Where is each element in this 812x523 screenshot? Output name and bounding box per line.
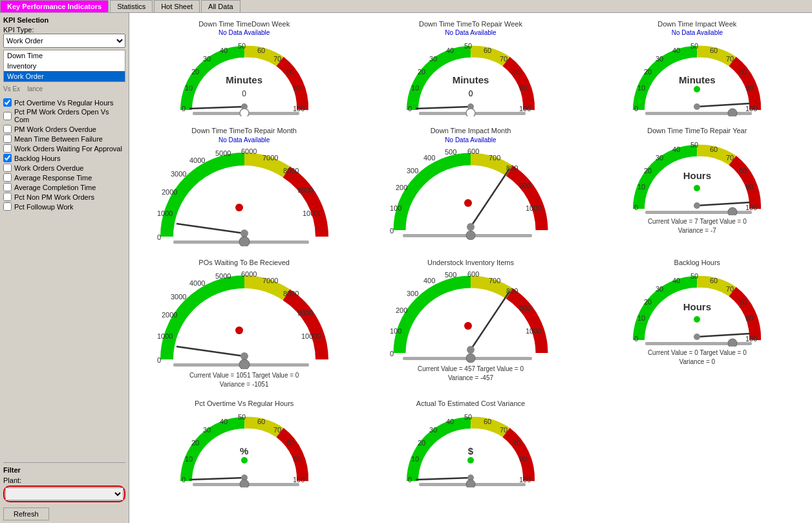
- gauge-cell-2: Down Time TimeTo Repair Week No Data Ava…: [359, 16, 582, 120]
- svg-text:200: 200: [396, 184, 407, 191]
- svg-text:40: 40: [672, 47, 680, 54]
- svg-line-57: [176, 224, 244, 233]
- svg-point-74: [467, 223, 475, 231]
- svg-point-29: [466, 109, 475, 116]
- svg-text:60: 60: [710, 47, 718, 54]
- svg-line-41: [697, 103, 750, 107]
- svg-point-75: [464, 199, 472, 207]
- svg-text:70: 70: [273, 55, 281, 63]
- checkbox-pct-overtime[interactable]: Pct Overtime Vs Regular Hours: [3, 98, 125, 107]
- svg-line-169: [416, 478, 471, 480]
- gauge-title-8: Understock Inventory Items: [427, 258, 514, 267]
- kpi-type-label: KPI Type:: [3, 26, 125, 34]
- gauge-title-7: POs Waiting To Be Recieved: [198, 258, 290, 267]
- svg-text:20: 20: [644, 298, 652, 306]
- svg-text:70: 70: [726, 285, 734, 293]
- kpi-selection-label: KPI Selection: [3, 16, 125, 24]
- svg-text:70: 70: [500, 426, 508, 434]
- svg-point-139: [694, 316, 700, 323]
- svg-text:50: 50: [464, 42, 472, 50]
- checkbox-wo-overdue[interactable]: Work Orders Overdue: [3, 163, 125, 173]
- svg-text:20: 20: [191, 68, 199, 76]
- svg-text:90: 90: [519, 455, 527, 463]
- svg-point-106: [240, 352, 248, 360]
- svg-text:8000: 8000: [283, 290, 299, 297]
- svg-text:100: 100: [745, 204, 757, 211]
- svg-text:70: 70: [726, 154, 734, 162]
- svg-text:90: 90: [745, 183, 753, 191]
- svg-text:30: 30: [203, 55, 211, 63]
- gauge-title-5: Down Time Impact Month No Data Available: [431, 126, 511, 144]
- svg-text:10: 10: [185, 455, 193, 463]
- svg-text:10: 10: [637, 183, 645, 191]
- svg-text:400: 400: [423, 277, 435, 284]
- svg-text:500: 500: [445, 271, 456, 279]
- svg-text:100: 100: [293, 476, 304, 484]
- tab-kpi[interactable]: Key Performance Indicators: [0, 0, 109, 12]
- gauge-cell-5: Down Time Impact Month No Data Available…: [359, 123, 582, 251]
- svg-text:7000: 7000: [262, 277, 278, 284]
- svg-text:20: 20: [644, 68, 652, 76]
- checkbox-wo-waiting[interactable]: Work Orders Waiting For Approval: [3, 144, 125, 153]
- gauge-cell-10: Pct Overtime Vs Regular Hours 0 10 20 30…: [133, 396, 356, 491]
- svg-text:70: 70: [273, 426, 281, 434]
- svg-text:2000: 2000: [162, 311, 177, 319]
- svg-text:40: 40: [446, 47, 454, 54]
- svg-text:100: 100: [745, 335, 757, 343]
- refresh-button[interactable]: Refresh: [3, 507, 49, 520]
- gauge-8: 0 100 200 300 400 500 600 700 800 900 10…: [387, 269, 555, 363]
- filter-label: Filter: [3, 466, 125, 474]
- svg-text:700: 700: [489, 277, 500, 284]
- dropdown-item-downtime[interactable]: Down Time: [4, 50, 125, 61]
- svg-text:6000: 6000: [241, 270, 257, 278]
- svg-point-107: [235, 326, 243, 334]
- svg-text:100: 100: [745, 105, 757, 112]
- dropdown-item-inventory[interactable]: Inventory: [4, 61, 125, 71]
- gauge-title-1: Down Time TimeDown Week No Data Availabl…: [198, 19, 290, 37]
- svg-line-153: [189, 478, 244, 480]
- svg-text:5000: 5000: [215, 149, 231, 157]
- dropdown-item-workorder[interactable]: Work Order: [4, 71, 125, 81]
- gauge-title-3: Down Time Impact Week No Data Available: [657, 19, 736, 37]
- svg-point-45: [728, 109, 737, 116]
- gauge-info-8: Current Value = 457 Target Value = 0 Var…: [418, 365, 524, 383]
- svg-text:4000: 4000: [189, 156, 205, 164]
- gauge-cell-4: Down Time TimeTo Repair Month No Data Av…: [133, 123, 356, 251]
- kpi-type-select[interactable]: Work Order: [3, 34, 125, 48]
- gauge-cell-3: Down Time Impact Week No Data Available …: [586, 16, 809, 120]
- svg-text:70: 70: [500, 55, 508, 63]
- svg-text:7000: 7000: [262, 154, 278, 162]
- tab-alldata[interactable]: All Data: [201, 0, 240, 12]
- tab-hotsheet[interactable]: Hot Sheet: [154, 0, 200, 12]
- svg-text:900: 900: [519, 182, 531, 189]
- svg-point-59: [235, 204, 243, 211]
- checkbox-avg-response[interactable]: Average Response Time: [3, 173, 125, 182]
- svg-point-123: [464, 322, 472, 330]
- svg-text:50: 50: [690, 141, 698, 149]
- checkbox-pct-followup[interactable]: Pct Followup Work: [3, 202, 125, 211]
- svg-text:80: 80: [286, 68, 294, 76]
- content-area: Down Time TimeDown Week No Data Availabl…: [129, 13, 812, 523]
- svg-text:3000: 3000: [171, 170, 186, 178]
- checkbox-pct-nonpm[interactable]: Pct Non PM Work Orders: [3, 192, 125, 202]
- svg-text:600: 600: [467, 270, 479, 278]
- tab-statistics[interactable]: Statistics: [110, 0, 153, 12]
- svg-text:100: 100: [390, 327, 401, 335]
- checkbox-avg-completion[interactable]: Average Completion Time: [3, 182, 125, 192]
- svg-point-125: [466, 354, 475, 363]
- checkbox-pm-overdue[interactable]: PM Work Orders Overdue: [3, 124, 125, 134]
- svg-point-61: [239, 237, 250, 246]
- svg-point-42: [694, 103, 700, 110]
- svg-line-105: [176, 347, 244, 356]
- checkbox-mtbf[interactable]: Mean Time Between Failure: [3, 134, 125, 144]
- gauge-4: 0 1000 2000 3000 4000 5000 6000 7000 800…: [154, 146, 335, 246]
- checkbox-pct-pm[interactable]: Pct PM Work Orders Open Vs Com: [3, 107, 125, 124]
- svg-text:40: 40: [672, 277, 680, 284]
- svg-text:20: 20: [418, 439, 425, 447]
- plant-select[interactable]: [5, 487, 123, 500]
- sidebar: KPI Selection KPI Type: Work Order Down …: [0, 13, 129, 523]
- svg-text:40: 40: [220, 47, 228, 54]
- checkbox-backlog[interactable]: Backlog Hours: [3, 153, 125, 163]
- svg-text:100: 100: [519, 105, 531, 112]
- gauge-5: 0 100 200 300 400 500 600 700 800 900 10…: [387, 146, 555, 240]
